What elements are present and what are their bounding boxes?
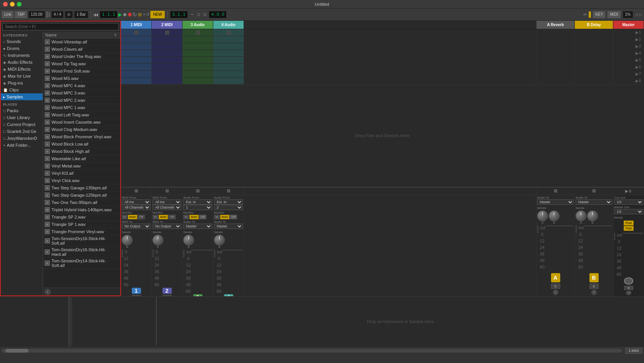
monitor-in-3[interactable]: In bbox=[183, 215, 189, 219]
metronome-icon[interactable] bbox=[46, 12, 48, 18]
fullscreen-button[interactable] bbox=[17, 2, 22, 7]
list-item[interactable]: WTriangle Prommer Vinyl.wav bbox=[43, 228, 120, 235]
track-btn[interactable] bbox=[134, 31, 138, 35]
list-item[interactable]: WWood Clog Medium.wav bbox=[43, 126, 120, 133]
audio-chan-select-4[interactable]: 2 bbox=[214, 205, 243, 210]
channel-num-b[interactable]: B bbox=[589, 273, 599, 282]
info-button[interactable]: i bbox=[45, 289, 51, 295]
sidebar-item-user-library[interactable]: □ User Library bbox=[1, 114, 43, 121]
fader-track-a[interactable] bbox=[546, 225, 574, 226]
key-button[interactable]: KEY bbox=[593, 11, 606, 18]
traffic-lights[interactable] bbox=[3, 2, 22, 7]
play-icon[interactable]: ▶ bbox=[118, 12, 122, 17]
sidebar-item-midi-effects[interactable]: ◈ MIDI Effects bbox=[1, 66, 43, 73]
audio-from-select-4[interactable]: Ext. In bbox=[214, 199, 243, 205]
post-button-1[interactable]: Post bbox=[624, 220, 634, 225]
sidebar-item-add-folder[interactable]: + Add Folder... bbox=[1, 142, 43, 149]
sidebar-item-joey[interactable]: □ JoeyWaronkerD bbox=[1, 135, 43, 142]
midi-chan-select-1[interactable]: All Channels bbox=[122, 205, 151, 210]
sidebar-item-plugins[interactable]: ◈ Plug-ins bbox=[1, 80, 43, 86]
list-item[interactable]: WVinyl Metal.wav bbox=[43, 162, 120, 170]
play-row-1[interactable]: ▶ bbox=[636, 30, 639, 35]
list-item[interactable]: AWood Block High.aif bbox=[43, 148, 120, 155]
play-pause-icon[interactable]: ▶⏸ bbox=[625, 189, 632, 193]
list-item[interactable]: WWood MPC 2.wav bbox=[43, 97, 120, 104]
audio-chan-select-3[interactable]: 1 bbox=[183, 205, 212, 210]
post-button-2[interactable]: Post bbox=[624, 226, 634, 231]
monitor-in-1[interactable]: In bbox=[122, 215, 128, 219]
track-btn[interactable] bbox=[227, 31, 231, 35]
play-row-3[interactable]: ▶ bbox=[636, 44, 639, 48]
list-item[interactable]: AWavetable Like.aif bbox=[43, 155, 120, 162]
zoom-in-icon[interactable]: ▷ bbox=[639, 12, 642, 17]
list-item[interactable]: WWood MPC 3.wav bbox=[43, 90, 120, 97]
send-knob-a2[interactable] bbox=[549, 211, 559, 221]
list-item[interactable]: AWood-Vibraslap.aif bbox=[43, 38, 120, 46]
send-knob-a1[interactable] bbox=[537, 211, 548, 221]
loop-region-icon[interactable]: ⊡ bbox=[196, 12, 201, 17]
fader-track-b[interactable] bbox=[584, 225, 612, 226]
minimize-button[interactable] bbox=[10, 2, 15, 7]
fader-track-4[interactable] bbox=[223, 250, 243, 250]
list-item[interactable]: ATwo One Two-95bpm.aif bbox=[43, 199, 120, 206]
rec-icon[interactable]: ⏺ bbox=[123, 12, 127, 17]
solo-btn-b[interactable]: S bbox=[589, 283, 599, 289]
audio-from-select-3[interactable]: Ext. In bbox=[183, 199, 212, 205]
sidebar-item-drums[interactable]: ● Drums bbox=[1, 45, 43, 52]
loop-icon[interactable]: ⊙ bbox=[65, 11, 73, 18]
monitor-auto-2[interactable]: Auto bbox=[159, 215, 168, 219]
sidebar-item-samples[interactable]: ▸ Samples bbox=[1, 93, 43, 100]
list-item[interactable]: WWood Under The Rug.wav bbox=[43, 53, 120, 60]
channel-num-2[interactable]: 2 bbox=[163, 288, 172, 294]
play-row-6[interactable]: ▶ bbox=[636, 65, 639, 69]
close-button[interactable] bbox=[3, 2, 8, 7]
monitor-auto-3[interactable]: Auto bbox=[189, 215, 199, 219]
list-item[interactable]: WWood MPC 1.wav bbox=[43, 104, 120, 111]
midi-button[interactable]: MIDI bbox=[607, 11, 621, 18]
scrollbar-thumb[interactable] bbox=[5, 349, 28, 353]
play-row-4[interactable]: ▶ bbox=[636, 51, 639, 55]
play-row-2[interactable]: ▶ bbox=[636, 37, 639, 41]
metronome-icon2[interactable] bbox=[49, 12, 50, 17]
list-item[interactable]: WTriplet Hybrid Hats-140bpm.wav bbox=[43, 206, 120, 214]
sidebar-item-clips[interactable]: 📋 Clips bbox=[1, 86, 43, 93]
plus-icon[interactable]: + bbox=[143, 12, 145, 17]
fader-track-3[interactable] bbox=[192, 250, 212, 250]
midi-to-select-1[interactable]: No Output bbox=[122, 224, 151, 229]
time-sig-display[interactable]: 4 / 4 bbox=[51, 11, 64, 18]
punch-icon[interactable]: ⊡ bbox=[202, 12, 207, 17]
list-item[interactable]: AWood-Claves.aif bbox=[43, 46, 120, 53]
cue-out-select[interactable]: 1/2 bbox=[614, 199, 643, 205]
sort-icon[interactable]: ▼ bbox=[113, 33, 118, 37]
play-row-5[interactable]: ▶ bbox=[636, 58, 639, 62]
list-item[interactable]: WWood Tip Tag.wav bbox=[43, 60, 120, 68]
list-item[interactable]: WTriangle SP 2.wav bbox=[43, 214, 120, 221]
restart-icon[interactable]: ↺ bbox=[146, 12, 149, 17]
tap-button[interactable]: TAP bbox=[15, 11, 27, 18]
list-item[interactable]: WVinyl Click.wav bbox=[43, 177, 120, 184]
play-row-8[interactable]: ▶ bbox=[636, 79, 639, 83]
list-item[interactable]: WWood MS.wav bbox=[43, 75, 120, 82]
audio-to-select-3[interactable]: Master bbox=[183, 224, 212, 229]
loop-btn-icon[interactable]: ↻ bbox=[133, 12, 137, 18]
list-item[interactable]: WWood Prod Soft.wav bbox=[43, 68, 120, 75]
monitor-auto-4[interactable]: Auto bbox=[220, 215, 229, 219]
send-knob-2[interactable] bbox=[153, 235, 163, 245]
grid-icon[interactable] bbox=[589, 12, 591, 18]
list-item[interactable]: WWood Block Prommer Vinyl.wav bbox=[43, 133, 120, 141]
monitor-auto-1[interactable]: Auto bbox=[128, 215, 137, 219]
midi-chan-select-2[interactable]: All Channels bbox=[153, 205, 181, 210]
list-item[interactable]: WWood MPC 4.wav bbox=[43, 82, 120, 90]
fader-track-master[interactable] bbox=[623, 233, 643, 234]
rec-dot-icon[interactable] bbox=[128, 13, 132, 17]
monitor-off-3[interactable]: Off bbox=[199, 215, 206, 219]
list-item[interactable]: AVinyl Kl3.aif bbox=[43, 170, 120, 177]
list-item[interactable]: ATom-SessionDry16-Stick-Hit-Hard.aif bbox=[43, 247, 120, 258]
monitor-off-4[interactable]: Off bbox=[230, 215, 237, 219]
mixer-sq-3[interactable] bbox=[196, 189, 199, 192]
bpm-display[interactable]: 120.00 bbox=[28, 11, 45, 18]
play-row-7[interactable]: ▶ bbox=[636, 72, 639, 76]
channel-num-1[interactable]: 1 bbox=[132, 288, 141, 294]
monitor-in-4[interactable]: In bbox=[214, 215, 220, 219]
track-btn[interactable] bbox=[165, 31, 169, 35]
